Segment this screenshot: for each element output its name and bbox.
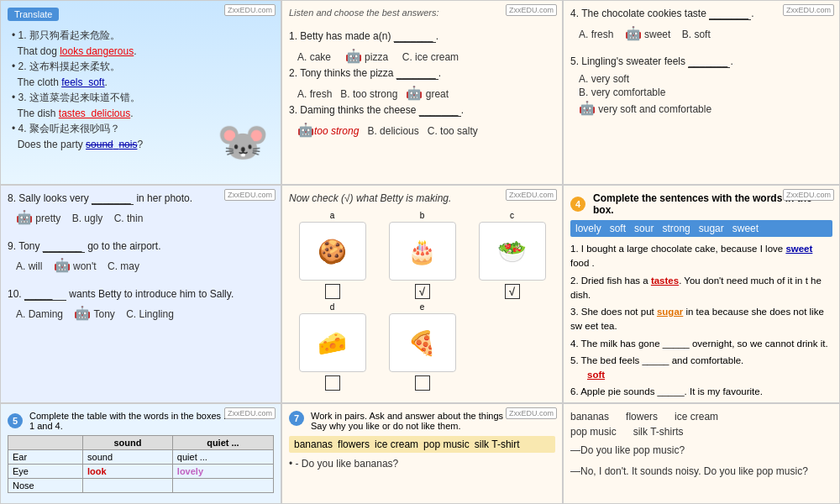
cell-questions-8-10: ZxxEDU.com 8. Sally looks very _______ i… — [0, 185, 281, 403]
word-flowers: flowers — [626, 411, 658, 423]
section-5-num: 5 — [8, 413, 23, 428]
food-grid: a 🍪 b 🎂 √ c 🥗 √ d 🧀 — [289, 211, 555, 391]
fill-2: 2. Dried fish has a tastes. You don't ne… — [570, 274, 832, 303]
food-label-a: a — [330, 211, 335, 220]
checkbox-a[interactable] — [325, 284, 340, 299]
options-4: A. fresh 🤖 sweet B. soft — [579, 25, 832, 41]
options-5b: B. very comfortable — [579, 87, 832, 98]
options-9: A. will 🤖 won't C. may — [16, 257, 274, 273]
question-3: 3. Daming thinks the cheese _______. — [289, 104, 555, 117]
dialogue-line-2: —No, I don't. It sounds noisy. Do you li… — [570, 464, 832, 480]
word-ice-cream: ice cream — [675, 411, 718, 423]
word-silk-tshirts: silk T-shirts — [633, 426, 684, 438]
food-img-a: 🍪 — [299, 222, 366, 281]
table-header-sense — [8, 436, 83, 450]
options-1: A. cake 🤖 pizza C. ice cream — [297, 48, 555, 64]
answer-sugar: sugar — [657, 307, 683, 317]
watermark-1: ZxxEDU.com — [224, 4, 276, 16]
cell-listening-4-5: 4. The chocolate cookies taste _______. … — [563, 0, 840, 185]
word-sweet: sweet — [732, 223, 759, 234]
cell-table: ZxxEDU.com 5 Complete the table with the… — [0, 403, 281, 504]
food-label-d: d — [330, 302, 335, 312]
watermark-2: ZxxEDU.com — [506, 4, 557, 16]
watermark-3: ZxxEDU.com — [783, 4, 834, 16]
checkbox-d[interactable] — [325, 375, 340, 391]
table-row-nose: Nose — [8, 479, 274, 493]
fill-looks-dangerous: looks dangerous — [60, 45, 134, 57]
table-header-quiet: quiet ... — [172, 436, 273, 450]
options-8: 🤖 pretty B. ugly C. thin — [16, 209, 274, 225]
section-4-num: 4 — [570, 197, 585, 212]
vocab-item-5: • 3. 这道菜尝起来味道不错。 — [12, 91, 274, 105]
food-item-c: c 🥗 √ — [469, 211, 555, 299]
strip-silk-tshirt: silk T-shirt — [475, 438, 520, 450]
vocab-item-4: The cloth feels soft. — [12, 76, 274, 88]
food-item-b: b 🎂 √ — [379, 211, 465, 299]
fill-3: 3. She does not put sugar in tea because… — [570, 305, 832, 334]
fill-4: 4. The milk has gone _____ overnight, so… — [570, 337, 832, 351]
word-strip: bananas flowers ice cream pop music silk… — [289, 436, 555, 453]
watermark-6: ZxxEDU.com — [783, 189, 834, 201]
section-7-num: 7 — [289, 411, 304, 426]
word-strong: strong — [662, 223, 690, 234]
food-img-c: 🥗 — [479, 222, 546, 281]
fill-1: 1. I bought a large chocolate cake, beca… — [570, 242, 832, 271]
word-lovely: lovely — [575, 223, 601, 234]
main-grid: Translate • 1. 那只狗看起来危险。 That dog looks … — [0, 0, 840, 504]
answer-tastes: tastes — [651, 276, 679, 286]
cell-pairs-work: ZxxEDU.com 7 Work in pairs. Ask and answ… — [281, 403, 563, 504]
word-sugar: sugar — [699, 223, 724, 234]
word-bananas: bananas — [570, 411, 609, 423]
vocab-item-3: • 2. 这布料摸起来柔软。 — [12, 60, 274, 74]
table-row-eye: Eye look lovely — [8, 465, 274, 479]
cell-dialogue: bananas flowers ice cream pop music silk… — [563, 403, 840, 504]
fill-5: 5. The bed feels _____ and comfortable. … — [570, 354, 832, 383]
checkbox-c[interactable]: √ — [505, 284, 520, 299]
watermark-8: ZxxEDU.com — [506, 407, 557, 419]
fill-feels-soft: feels soft — [61, 76, 104, 88]
vocab-item-2: That dog looks dangerous. — [12, 45, 274, 57]
food-label-b: b — [420, 211, 425, 220]
word-pop-music: pop music — [570, 426, 617, 438]
food-item-a: a 🍪 — [289, 211, 375, 299]
fill-6: 6. Apple pie sounds _____. It is my favo… — [570, 385, 832, 403]
watermark-7: ZxxEDU.com — [224, 407, 276, 419]
mickey-icon: 🐭 — [209, 108, 276, 176]
strip-bananas: bananas — [294, 438, 333, 450]
dialogue-starter: • - Do you like bananas? — [289, 458, 555, 470]
fill-tastes-delicious: tastes delicious — [59, 108, 130, 119]
options-2: A. fresh B. too strong 🤖 great — [297, 85, 555, 101]
question-2: 2. Tony thinks the pizza _______. — [289, 67, 555, 80]
cell-listening-1-3: Listen and choose the best answers: 1. B… — [281, 0, 563, 185]
cell-checkbox-activity: ZxxEDU.com Now check (√) what Betty is m… — [281, 185, 563, 403]
options-10: A. Daming 🤖 Tony C. Lingling — [16, 305, 274, 321]
answer-soft: soft — [587, 368, 832, 382]
cell-eye-look: look — [83, 465, 173, 479]
food-label-e: e — [420, 302, 425, 312]
dialogue-line-1: —Do you like pop music? — [570, 443, 832, 459]
cell-eye: Eye — [8, 465, 83, 479]
strip-flowers: flowers — [338, 438, 370, 450]
question-10: 10. _____ wants Betty to introduce him t… — [8, 288, 274, 301]
translate-button[interactable]: Translate — [8, 8, 59, 21]
fill-sound-noisy: sound nois — [86, 139, 137, 150]
food-item-e: e 🍕 — [379, 302, 465, 391]
cell-vocabulary: Translate • 1. 那只狗看起来危险。 That dog looks … — [0, 0, 281, 185]
table-header-sound: sound — [83, 436, 173, 450]
cell-ear: Ear — [8, 450, 83, 465]
checkbox-b[interactable]: √ — [415, 284, 430, 299]
answer-sweet: sweet — [785, 244, 812, 254]
cell-ear-sound: sound — [83, 450, 173, 465]
comfortable-text: comfortable — [690, 355, 741, 365]
food-img-b: 🎂 — [389, 222, 456, 281]
question-5: 5. Lingling's sweater feels _______. — [570, 55, 832, 68]
cell-nose-col3 — [172, 479, 273, 493]
word-box: lovely soft sour strong sugar sweet — [570, 220, 832, 237]
options-3: 🤖too strong B. delicious C. too salty — [297, 122, 555, 138]
options-5c: 🤖 very soft and comfortable — [579, 100, 832, 116]
food-img-d: 🧀 — [299, 313, 366, 372]
food-label-c: c — [510, 211, 514, 220]
strip-pop-music: pop music — [423, 438, 470, 450]
watermark-4: ZxxEDU.com — [224, 189, 276, 201]
checkbox-e[interactable] — [415, 375, 430, 391]
